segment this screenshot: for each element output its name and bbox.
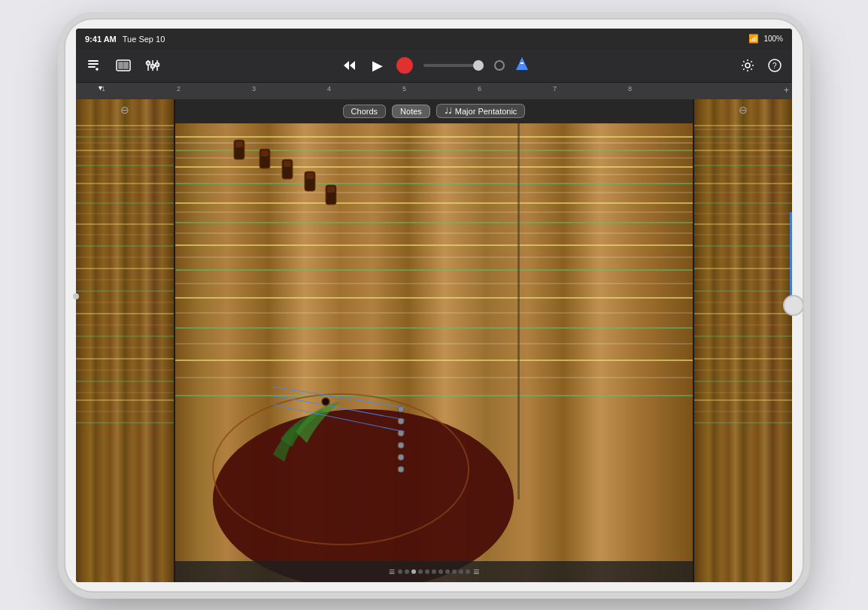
svg-point-9: [147, 62, 150, 65]
zoom-out-right[interactable]: ⊖: [739, 104, 748, 116]
metronome-button[interactable]: [515, 56, 529, 74]
svg-rect-76: [261, 150, 269, 156]
page-dot-1[interactable]: [398, 569, 402, 574]
timeline-mark-4: 4: [327, 85, 331, 93]
svg-line-91: [273, 387, 405, 408]
page-dot-2[interactable]: [405, 569, 409, 574]
instrument-area: ⊖: [76, 99, 792, 582]
page-dot-9[interactable]: [452, 569, 457, 574]
timeline-mark-3: 3: [252, 85, 256, 93]
svg-marker-13: [350, 61, 355, 70]
svg-point-10: [151, 65, 155, 68]
svg-point-88: [398, 442, 404, 448]
bottom-nav-bar: ≡: [175, 561, 693, 582]
timeline-mark-8: 8: [628, 85, 632, 93]
svg-rect-95: [517, 123, 520, 499]
svg-rect-82: [327, 187, 335, 193]
rewind-button[interactable]: [339, 56, 359, 74]
timeline-mark-7: 7: [553, 85, 557, 93]
svg-point-89: [398, 454, 404, 460]
page-dot-8[interactable]: [445, 569, 450, 574]
svg-rect-2: [88, 66, 96, 68]
nav-left-icon[interactable]: ≡: [389, 566, 395, 578]
timeline-mark-1: 1: [102, 85, 105, 93]
tracks-view-button[interactable]: [112, 56, 135, 75]
timeline-mark-2: 2: [177, 85, 181, 93]
svg-rect-4: [119, 62, 123, 68]
svg-point-90: [398, 466, 404, 472]
svg-rect-78: [284, 161, 291, 167]
screen: 9:41 AM Tue Sep 10 📶 100%: [76, 29, 792, 582]
status-time: 9:41 AM: [85, 35, 117, 44]
zither-strings-area[interactable]: ≡: [175, 123, 693, 582]
mixer-button[interactable]: [142, 56, 163, 75]
timeline-mark-5: 5: [402, 85, 406, 93]
svg-rect-127: [790, 212, 792, 302]
transport-slider[interactable]: [423, 64, 484, 67]
play-button[interactable]: ▶: [369, 54, 386, 77]
page-dot-6[interactable]: [432, 569, 436, 574]
page-dot-4[interactable]: [418, 569, 423, 574]
scale-tab[interactable]: ♩♩ Major Pentatonic: [436, 104, 526, 118]
svg-point-16: [745, 63, 750, 68]
help-button[interactable]: ?: [765, 56, 785, 75]
page-dot-10[interactable]: [459, 569, 463, 574]
svg-rect-80: [306, 173, 314, 179]
ipad-device: 9:41 AM Tue Sep 10 📶 100%: [65, 20, 803, 591]
page-dot-11[interactable]: [466, 569, 470, 574]
center-panel: Chords Notes ♩♩ Major Pentatonic: [175, 99, 693, 582]
page-dot-5[interactable]: [425, 569, 429, 574]
new-track-button[interactable]: [83, 55, 105, 76]
status-date: Tue Sep 10: [123, 35, 165, 44]
svg-rect-74: [235, 141, 243, 147]
left-panel: ⊖: [76, 99, 174, 582]
battery-indicator: 100%: [763, 35, 783, 43]
page-dot-7[interactable]: [439, 569, 443, 574]
svg-point-11: [156, 63, 159, 67]
scale-label: Major Pentatonic: [455, 107, 517, 116]
zoom-out-left[interactable]: ⊖: [120, 104, 129, 116]
loop-button[interactable]: [494, 60, 505, 71]
right-zither-panel[interactable]: [694, 99, 792, 582]
svg-rect-0: [88, 60, 99, 62]
notes-tab[interactable]: Notes: [392, 105, 430, 118]
timeline-add-button[interactable]: +: [784, 85, 789, 96]
svg-rect-1: [88, 63, 99, 65]
chords-tab[interactable]: Chords: [343, 105, 386, 118]
status-bar: 9:41 AM Tue Sep 10 📶 100%: [76, 29, 792, 50]
svg-point-94: [322, 398, 329, 405]
left-zither-panel[interactable]: [76, 99, 174, 582]
toolbar: ▶: [76, 50, 792, 83]
right-panel: ⊖: [694, 99, 792, 582]
song-settings-button[interactable]: [738, 56, 757, 75]
nav-right-icon[interactable]: ≡: [473, 566, 479, 578]
record-button[interactable]: [396, 57, 413, 74]
svg-rect-5: [124, 62, 128, 68]
scale-icon: ♩♩: [445, 106, 452, 116]
svg-rect-15: [520, 62, 524, 64]
svg-point-83: [213, 409, 514, 582]
wifi-icon: 📶: [748, 34, 759, 44]
svg-marker-12: [344, 61, 349, 70]
home-button[interactable]: [783, 295, 803, 316]
svg-text:?: ?: [772, 62, 777, 70]
timeline-mark-6: 6: [478, 85, 481, 93]
page-dot-3[interactable]: [411, 569, 416, 574]
timeline-ruler: ▼ 1 2 3 4 5 6 7 8 +: [76, 83, 792, 99]
chords-bar: Chords Notes ♩♩ Major Pentatonic: [175, 99, 693, 123]
